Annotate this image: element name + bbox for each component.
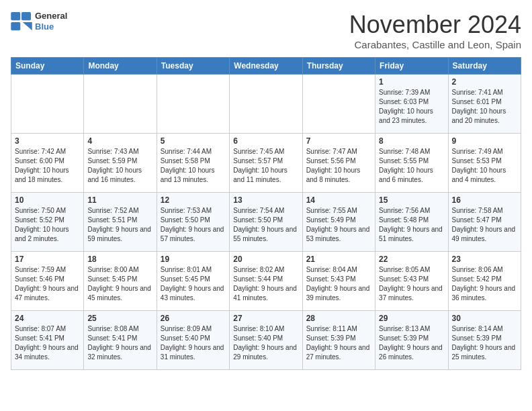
day-info: Sunrise: 8:08 AM Sunset: 5:41 PM Dayligh… — [87, 324, 152, 362]
day-number: 13 — [233, 195, 298, 205]
day-number: 14 — [306, 195, 371, 205]
day-info: Sunrise: 8:10 AM Sunset: 5:40 PM Dayligh… — [233, 324, 298, 362]
calendar-cell: 3Sunrise: 7:42 AM Sunset: 6:00 PM Daylig… — [11, 134, 84, 193]
day-info: Sunrise: 8:00 AM Sunset: 5:45 PM Dayligh… — [87, 265, 152, 303]
day-info: Sunrise: 8:05 AM Sunset: 5:43 PM Dayligh… — [379, 265, 444, 303]
calendar-cell — [11, 75, 84, 134]
calendar-cell: 9Sunrise: 7:49 AM Sunset: 5:53 PM Daylig… — [448, 134, 521, 193]
day-info: Sunrise: 8:06 AM Sunset: 5:42 PM Dayligh… — [452, 265, 517, 303]
day-number: 7 — [306, 136, 371, 146]
location-title: Carabantes, Castille and Leon, Spain — [349, 39, 521, 50]
day-info: Sunrise: 7:49 AM Sunset: 5:53 PM Dayligh… — [452, 147, 517, 185]
day-info: Sunrise: 8:01 AM Sunset: 5:45 PM Dayligh… — [161, 265, 226, 303]
day-info: Sunrise: 7:50 AM Sunset: 5:52 PM Dayligh… — [15, 206, 80, 244]
day-number: 1 — [379, 77, 444, 87]
day-info: Sunrise: 8:14 AM Sunset: 5:39 PM Dayligh… — [452, 324, 517, 362]
day-info: Sunrise: 7:48 AM Sunset: 5:55 PM Dayligh… — [379, 147, 444, 185]
day-number: 22 — [379, 255, 444, 264]
day-number: 5 — [161, 136, 226, 146]
day-info: Sunrise: 7:52 AM Sunset: 5:51 PM Dayligh… — [87, 206, 152, 244]
day-number: 26 — [161, 314, 226, 323]
day-info: Sunrise: 8:07 AM Sunset: 5:41 PM Dayligh… — [15, 324, 80, 362]
weekday-header: Sunday — [11, 58, 84, 75]
day-info: Sunrise: 7:47 AM Sunset: 5:56 PM Dayligh… — [306, 147, 371, 185]
logo: General Blue — [11, 11, 67, 32]
weekday-header: Tuesday — [157, 58, 229, 75]
page-header: General Blue November 2024 Carabantes, C… — [11, 11, 521, 50]
calendar-cell — [302, 75, 375, 134]
day-info: Sunrise: 7:56 AM Sunset: 5:48 PM Dayligh… — [379, 206, 444, 244]
logo-line1: General — [35, 11, 67, 21]
calendar-cell: 11Sunrise: 7:52 AM Sunset: 5:51 PM Dayli… — [84, 193, 157, 252]
calendar-cell: 4Sunrise: 7:43 AM Sunset: 5:59 PM Daylig… — [84, 134, 157, 193]
day-number: 28 — [306, 314, 371, 323]
day-number: 15 — [379, 195, 444, 205]
day-number: 23 — [452, 255, 517, 264]
day-info: Sunrise: 8:04 AM Sunset: 5:43 PM Dayligh… — [306, 265, 371, 303]
weekday-header: Friday — [375, 58, 448, 75]
calendar-cell: 17Sunrise: 7:59 AM Sunset: 5:46 PM Dayli… — [11, 252, 84, 311]
calendar-cell: 12Sunrise: 7:53 AM Sunset: 5:50 PM Dayli… — [157, 193, 229, 252]
day-info: Sunrise: 7:54 AM Sunset: 5:50 PM Dayligh… — [233, 206, 298, 244]
weekday-header: Monday — [84, 58, 157, 75]
day-number: 24 — [15, 314, 80, 323]
calendar-header-row: SundayMondayTuesdayWednesdayThursdayFrid… — [11, 58, 521, 75]
calendar-cell: 28Sunrise: 8:11 AM Sunset: 5:39 PM Dayli… — [302, 311, 375, 370]
day-number: 6 — [233, 136, 298, 146]
calendar-cell — [84, 75, 157, 134]
calendar-cell — [157, 75, 229, 134]
day-info: Sunrise: 7:45 AM Sunset: 5:57 PM Dayligh… — [233, 147, 298, 185]
day-info: Sunrise: 7:41 AM Sunset: 6:01 PM Dayligh… — [452, 88, 517, 126]
day-number: 20 — [233, 255, 298, 264]
calendar-cell: 30Sunrise: 8:14 AM Sunset: 5:39 PM Dayli… — [448, 311, 521, 370]
weekday-header: Thursday — [302, 58, 375, 75]
day-number: 17 — [15, 255, 80, 264]
calendar-cell — [230, 75, 302, 134]
calendar-table: SundayMondayTuesdayWednesdayThursdayFrid… — [11, 57, 521, 370]
day-number: 4 — [87, 136, 152, 146]
day-info: Sunrise: 8:13 AM Sunset: 5:39 PM Dayligh… — [379, 324, 444, 362]
calendar-cell: 21Sunrise: 8:04 AM Sunset: 5:43 PM Dayli… — [302, 252, 375, 311]
calendar-cell: 26Sunrise: 8:09 AM Sunset: 5:40 PM Dayli… — [157, 311, 229, 370]
calendar-cell: 1Sunrise: 7:39 AM Sunset: 6:03 PM Daylig… — [375, 75, 448, 134]
logo-text: General Blue — [35, 11, 67, 32]
day-number: 2 — [452, 77, 517, 87]
day-number: 27 — [233, 314, 298, 323]
day-number: 30 — [452, 314, 517, 323]
day-number: 25 — [87, 314, 152, 323]
day-info: Sunrise: 7:43 AM Sunset: 5:59 PM Dayligh… — [87, 147, 152, 185]
day-info: Sunrise: 7:59 AM Sunset: 5:46 PM Dayligh… — [15, 265, 80, 303]
calendar-cell: 29Sunrise: 8:13 AM Sunset: 5:39 PM Dayli… — [375, 311, 448, 370]
day-info: Sunrise: 7:58 AM Sunset: 5:47 PM Dayligh… — [452, 206, 517, 244]
day-number: 19 — [161, 255, 226, 264]
logo-line2: Blue — [35, 21, 67, 32]
calendar-cell: 19Sunrise: 8:01 AM Sunset: 5:45 PM Dayli… — [157, 252, 229, 311]
calendar-cell: 22Sunrise: 8:05 AM Sunset: 5:43 PM Dayli… — [375, 252, 448, 311]
weekday-header: Saturday — [448, 58, 521, 75]
calendar-cell: 24Sunrise: 8:07 AM Sunset: 5:41 PM Dayli… — [11, 311, 84, 370]
calendar-cell: 5Sunrise: 7:44 AM Sunset: 5:58 PM Daylig… — [157, 134, 229, 193]
calendar-week-row: 17Sunrise: 7:59 AM Sunset: 5:46 PM Dayli… — [11, 252, 521, 311]
calendar-cell: 8Sunrise: 7:48 AM Sunset: 5:55 PM Daylig… — [375, 134, 448, 193]
calendar-week-row: 10Sunrise: 7:50 AM Sunset: 5:52 PM Dayli… — [11, 193, 521, 252]
day-info: Sunrise: 7:53 AM Sunset: 5:50 PM Dayligh… — [161, 206, 226, 244]
calendar-cell: 18Sunrise: 8:00 AM Sunset: 5:45 PM Dayli… — [84, 252, 157, 311]
day-number: 10 — [15, 195, 80, 205]
calendar-cell: 10Sunrise: 7:50 AM Sunset: 5:52 PM Dayli… — [11, 193, 84, 252]
day-info: Sunrise: 7:42 AM Sunset: 6:00 PM Dayligh… — [15, 147, 80, 185]
calendar-cell: 25Sunrise: 8:08 AM Sunset: 5:41 PM Dayli… — [84, 311, 157, 370]
title-block: November 2024 Carabantes, Castille and L… — [349, 11, 521, 50]
day-info: Sunrise: 7:44 AM Sunset: 5:58 PM Dayligh… — [161, 147, 226, 185]
day-number: 3 — [15, 136, 80, 146]
day-number: 9 — [452, 136, 517, 146]
calendar-cell: 15Sunrise: 7:56 AM Sunset: 5:48 PM Dayli… — [375, 193, 448, 252]
day-number: 18 — [87, 255, 152, 264]
calendar-cell: 27Sunrise: 8:10 AM Sunset: 5:40 PM Dayli… — [230, 311, 302, 370]
calendar-week-row: 3Sunrise: 7:42 AM Sunset: 6:00 PM Daylig… — [11, 134, 521, 193]
calendar-cell: 14Sunrise: 7:55 AM Sunset: 5:49 PM Dayli… — [302, 193, 375, 252]
weekday-header: Wednesday — [230, 58, 302, 75]
calendar-week-row: 1Sunrise: 7:39 AM Sunset: 6:03 PM Daylig… — [11, 75, 521, 134]
day-info: Sunrise: 7:55 AM Sunset: 5:49 PM Dayligh… — [306, 206, 371, 244]
svg-rect-0 — [11, 12, 20, 20]
calendar-cell: 16Sunrise: 7:58 AM Sunset: 5:47 PM Dayli… — [448, 193, 521, 252]
